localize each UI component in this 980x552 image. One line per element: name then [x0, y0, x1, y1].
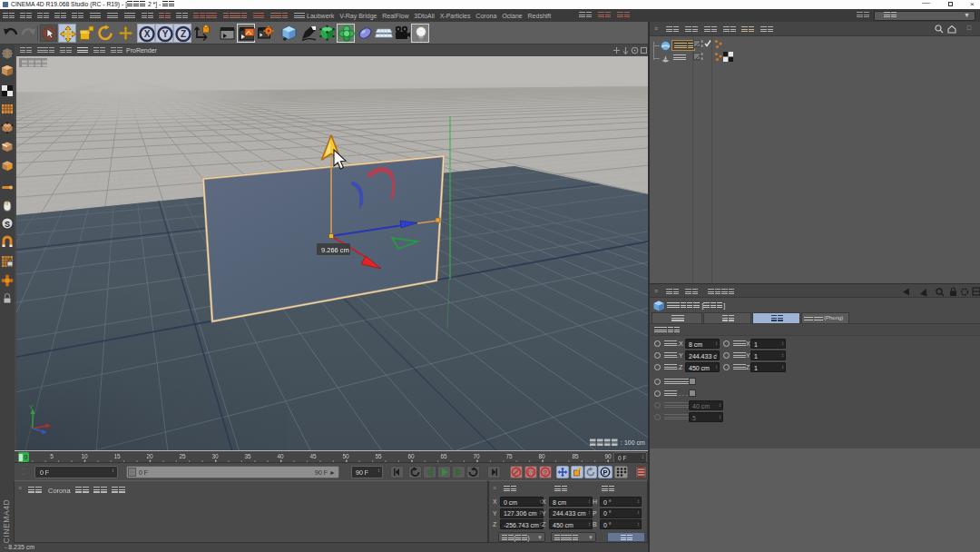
svg-text:Y: Y — [29, 404, 34, 410]
svg-text:9.266 cm: 9.266 cm — [321, 246, 349, 254]
svg-text:X: X — [144, 29, 151, 39]
svg-text:S: S — [5, 220, 10, 229]
svg-text:P: P — [603, 468, 607, 477]
svg-text:( ): ( ) — [527, 468, 534, 477]
svg-text:?: ? — [544, 468, 548, 477]
svg-text:: 100 cm: : 100 cm — [621, 439, 645, 446]
svg-text:Y: Y — [162, 29, 169, 39]
svg-text:Z: Z — [181, 29, 186, 39]
